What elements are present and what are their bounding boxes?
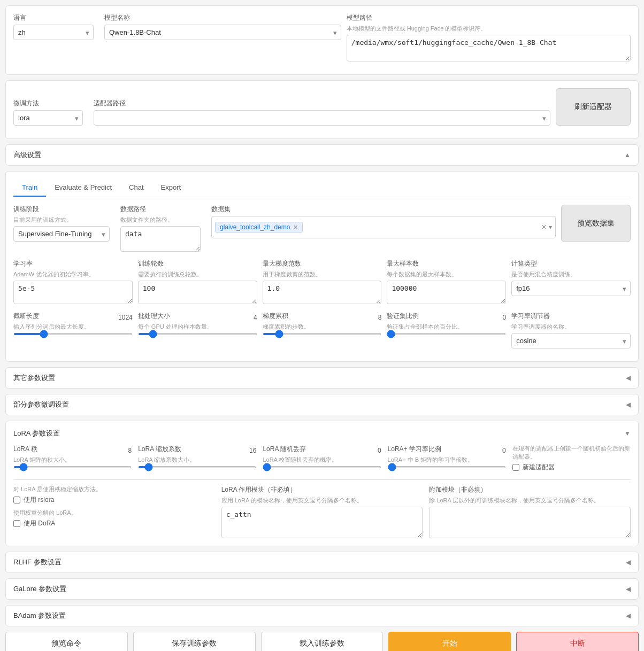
lora-plus-lr-slider[interactable]: [388, 466, 506, 468]
tab-export[interactable]: Export: [152, 179, 190, 197]
dora-checkbox[interactable]: [13, 520, 20, 527]
refresh-adapter-button[interactable]: 刷新适配器: [556, 88, 631, 126]
language-select[interactable]: zh: [13, 25, 94, 40]
data-path-label: 数据路径: [120, 205, 206, 214]
compute-type-label: 计算类型: [511, 259, 631, 268]
dora-checkbox-label[interactable]: 使用 DoRA: [13, 519, 215, 528]
val-ratio-slider[interactable]: [387, 333, 506, 335]
dora-sublabel: 使用权重分解的 LoRA。: [13, 509, 215, 517]
additional-target-group: 附加模块（非必填） 除 LoRA 层以外的可训练模块名称，使用英文逗号分隔多个名…: [429, 485, 631, 538]
max-grad-norm-input[interactable]: 1.0: [263, 281, 382, 304]
epochs-input[interactable]: 100: [138, 281, 257, 304]
model-name-select[interactable]: Qwen-1.8B-Chat: [104, 25, 341, 40]
lora-params-header[interactable]: LoRA 参数设置 ▼: [13, 429, 631, 438]
train-tab-content: 训练阶段 目前采用的训练方式。 Supervised Fine-Tuning 数…: [13, 205, 631, 348]
lora-alpha-slider[interactable]: [138, 466, 256, 468]
finetune-method-select[interactable]: lora: [13, 110, 83, 126]
cutoff-slider[interactable]: [13, 333, 133, 335]
cutoff-value: 1024: [113, 314, 133, 321]
start-button[interactable]: 开始: [388, 632, 511, 651]
max-samples-sublabel: 每个数据集的最大样本数。: [387, 270, 506, 278]
main-tabs: Train Evaluate & Predict Chat Export: [13, 179, 631, 197]
grad-accum-slider[interactable]: [263, 333, 382, 335]
epochs-group: 训练轮数 需要执行的训练总轮数。 100: [138, 259, 257, 304]
batch-size-group: 批处理大小 4 每个 GPU 处理的样本数量。: [138, 312, 257, 348]
lora-params-card: LoRA 参数设置 ▼ LoRA 秩 8 LoRA 矩阵的秩大小。 LoRA 缩…: [5, 421, 639, 546]
badam-params-section[interactable]: BAdam 参数设置 ◀: [5, 605, 639, 626]
dataset-dropdown[interactable]: ▾: [549, 223, 552, 231]
cutoff-length-group: 截断长度 1024 输入序列分词后的最大长度。: [13, 312, 133, 348]
max-samples-group: 最大样本数 每个数据集的最大样本数。 100000: [387, 259, 506, 304]
dataset-tag-close[interactable]: ✕: [293, 224, 298, 231]
lr-label: 学习率: [13, 259, 133, 268]
model-path-input[interactable]: /media/wmx/soft1/huggingface_cache/Qwen-…: [347, 35, 631, 61]
tab-chat[interactable]: Chat: [120, 179, 152, 197]
model-path-label: 模型路径: [347, 13, 631, 22]
partial-params-chevron: ◀: [626, 401, 631, 408]
language-label: 语言: [13, 13, 99, 22]
new-adapter-checkbox[interactable]: [512, 464, 519, 471]
lr-scheduler-select[interactable]: cosine: [511, 333, 631, 348]
lora-dropout-label: LoRA 随机丢弃: [263, 445, 306, 454]
action-buttons: 预览命令 保存训练参数 载入训练参数 开始 中断: [5, 632, 639, 651]
other-params-section[interactable]: 其它参数设置 ◀: [5, 367, 639, 389]
advanced-settings-chevron: ▲: [624, 151, 631, 159]
partial-params-section[interactable]: 部分参数微调设置 ◀: [5, 394, 639, 415]
lr-scheduler-label: 学习率调节器: [511, 312, 631, 321]
dataset-tag: glaive_toolcall_zh_demo ✕: [215, 222, 303, 232]
galore-params-section[interactable]: GaLore 参数设置 ◀: [5, 578, 639, 600]
rslora-checkbox[interactable]: [13, 497, 20, 503]
advanced-settings-title: 高级设置: [13, 150, 41, 160]
lora-dropout-group: LoRA 随机丢弃 0 LoRA 校置随机丢弃的概率。: [263, 445, 381, 468]
lora-rank-slider[interactable]: [13, 466, 132, 468]
compute-type-sublabel: 是否使用混合精度训练。: [511, 270, 631, 278]
preview-dataset-button[interactable]: 预览数据集: [561, 205, 631, 242]
lora-params-title: LoRA 参数设置: [13, 429, 60, 438]
lora-dropout-value: 0: [362, 447, 381, 454]
preview-cmd-button[interactable]: 预览命令: [5, 632, 128, 651]
val-ratio-group: 验证集比例 0 验证集占全部样本的百分比。: [387, 312, 506, 348]
dataset-input[interactable]: glaive_toolcall_zh_demo ✕ ✕ ▾: [211, 216, 556, 238]
model-path-sublabel: 本地模型的文件路径或 Hugging Face 的模型标识符。: [347, 25, 631, 33]
compute-type-group: 计算类型 是否使用混合精度训练。 fp16: [511, 259, 631, 304]
lora-alpha-value: 16: [237, 447, 256, 454]
batch-size-slider[interactable]: [138, 333, 257, 335]
lora-alpha-group: LoRA 缩放系数 16 LoRA 缩放系数大小。: [138, 445, 256, 468]
lora-rank-label: LoRA 秩: [13, 445, 37, 454]
additional-target-sublabel: 除 LoRA 层以外的可训练模块名称，使用英文逗号分隔多个名称。: [429, 497, 631, 505]
learning-rate-group: 学习率 AdamW 优化器的初始学习率。 5e-5: [13, 259, 133, 304]
rslora-checkbox-label[interactable]: 使用 rslora: [13, 495, 215, 505]
training-stage-sublabel: 目前采用的训练方式。: [13, 216, 115, 224]
compute-type-select[interactable]: fp16: [511, 281, 631, 296]
lora-dropout-slider[interactable]: [263, 466, 381, 468]
finetune-method-label: 微调方法: [13, 99, 88, 108]
training-stage-select[interactable]: Supervised Fine-Tuning: [13, 226, 110, 242]
tab-train[interactable]: Train: [13, 179, 46, 197]
rslora-dora-group: 对 LoRA 层使用秩稳定缩放方法。 使用 rslora 使用权重分解的 LoR…: [13, 485, 215, 528]
max-grad-norm-sublabel: 用于梯度裁剪的范数。: [263, 270, 382, 278]
load-params-button[interactable]: 载入训练参数: [261, 632, 384, 651]
lr-scheduler-group: 学习率调节器 学习率调度器的名称。 cosine: [511, 312, 631, 348]
dataset-clear[interactable]: ✕: [541, 223, 547, 231]
val-ratio-value: 0: [487, 314, 506, 321]
lora-plus-lr-label: LoRA+ 学习率比例: [388, 445, 441, 454]
max-samples-input[interactable]: 100000: [387, 281, 506, 304]
adapter-path-label: 适配器路径: [94, 99, 550, 108]
grad-accum-group: 梯度累积 8 梯度累积的步数。: [263, 312, 382, 348]
rlhf-params-section[interactable]: RLHF 参数设置 ◀: [5, 552, 639, 573]
tab-evaluate[interactable]: Evaluate & Predict: [46, 179, 120, 197]
lr-input[interactable]: 5e-5: [13, 281, 133, 304]
save-params-button[interactable]: 保存训练参数: [133, 632, 256, 651]
rlhf-params-chevron: ◀: [626, 559, 631, 566]
other-params-title: 其它参数设置: [13, 373, 55, 383]
additional-target-input[interactable]: [429, 507, 631, 538]
advanced-settings-section[interactable]: 高级设置 ▲: [5, 144, 639, 166]
max-grad-norm-label: 最大梯度范数: [263, 259, 382, 268]
lora-target-label: LoRA 作用模块（非必填）: [221, 485, 423, 494]
interrupt-button[interactable]: 中断: [516, 632, 639, 651]
lora-target-input[interactable]: c_attn: [221, 507, 423, 538]
new-adapter-checkbox-label[interactable]: 新建适配器: [512, 463, 631, 472]
epochs-sublabel: 需要执行的训练总轮数。: [138, 270, 257, 278]
adapter-path-select[interactable]: [94, 110, 550, 126]
data-path-input[interactable]: data: [120, 226, 201, 252]
